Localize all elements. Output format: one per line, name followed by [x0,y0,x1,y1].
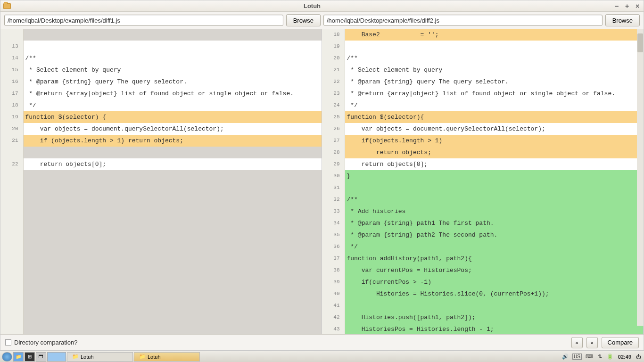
code-text[interactable]: Base2 = ''; [345,29,643,41]
right-pane[interactable]: 18 Base2 = '';1920/**21 * Select element… [322,29,644,334]
start-menu-button[interactable] [2,352,12,362]
code-text[interactable]: */ [23,99,322,111]
code-row: 33 * Add histories [322,206,643,217]
code-text[interactable] [23,194,322,206]
code-text[interactable] [23,253,322,264]
code-text[interactable]: * Select element by query [23,64,322,76]
power-icon[interactable]: ⏻ [635,354,642,360]
code-text[interactable] [23,312,322,323]
code-text[interactable] [23,323,322,334]
vertical-scrollbar[interactable] [637,29,644,326]
code-text[interactable]: return objects[0]; [345,158,643,170]
code-text[interactable]: if(objects.length > 1) [345,135,643,147]
left-browse-button[interactable]: Browse [286,14,321,26]
code-text[interactable]: * @param {string} query The query select… [345,76,643,88]
code-text[interactable]: function $(selector){ [345,111,643,123]
taskbar-item-lotuh-1[interactable]: 📁 Lotuh [67,352,133,362]
scrollbar-thumb[interactable] [637,33,643,52]
code-row: 28 return objects; [322,147,643,158]
code-text[interactable] [345,300,643,312]
code-row [0,206,322,217]
window-list-icon[interactable] [47,352,66,362]
volume-icon[interactable]: 🔊 [561,354,570,360]
compare-button[interactable]: Compare [602,337,639,348]
code-text[interactable]: */ [345,99,643,111]
code-text[interactable]: * Select element by query [345,64,643,76]
line-number: 36 [322,241,345,253]
code-text[interactable]: /** [345,52,643,64]
workspace-switcher-icon[interactable]: ⊞ [25,352,35,362]
show-desktop-icon[interactable]: 🗔 [36,352,46,362]
code-text[interactable]: } [345,170,643,182]
code-text[interactable]: * @param {string} query The query select… [23,76,322,88]
code-text[interactable] [23,241,322,253]
line-number [0,217,23,229]
code-text[interactable]: function addHistory(path1, path2){ [345,253,643,264]
clock[interactable]: 02:49 [617,354,632,360]
code-text[interactable]: return objects[0]; [23,158,322,170]
code-row: 35 * @param {string} path2 The second pa… [322,229,643,241]
left-pane[interactable]: 1314/**15 * Select element by query16 * … [0,29,322,334]
code-text[interactable] [23,264,322,276]
code-text[interactable] [23,276,322,288]
code-text[interactable]: * Add histories [345,206,643,217]
right-path-input[interactable] [323,15,603,26]
code-row: 16 * @param {string} query The query sel… [0,76,322,88]
code-text[interactable]: */ [345,241,643,253]
code-text[interactable] [23,29,322,41]
code-text[interactable] [23,41,322,52]
code-text[interactable] [23,300,322,312]
code-text[interactable] [23,288,322,300]
code-text[interactable] [23,182,322,194]
code-text[interactable]: var objects = document.querySelectorAll(… [345,123,643,135]
code-text[interactable] [23,229,322,241]
code-text[interactable]: /** [23,52,322,64]
code-text[interactable]: /** [345,194,643,206]
code-text[interactable] [23,206,322,217]
code-row: 30} [322,170,643,182]
window-buttons: − + × [613,3,641,9]
line-number [0,288,23,300]
code-text[interactable] [23,170,322,182]
keyboard-layout-icon[interactable]: US [572,354,582,360]
taskbar-item-lotuh-2[interactable]: 📁 Lotuh [134,352,200,362]
code-text[interactable]: * @param {string} path1 The first path. [345,217,643,229]
code-text[interactable]: var objects = document.querySelectorAll(… [23,123,322,135]
code-text[interactable] [345,182,643,194]
code-text[interactable]: var currentPos = HistoriesPos; [345,264,643,276]
code-row [0,264,322,276]
code-row [0,29,322,41]
code-text[interactable]: Histories.push([path1, path2]); [345,312,643,323]
left-path-input[interactable] [4,15,283,26]
prev-diff-button[interactable]: « [571,337,583,348]
code-text[interactable]: Histories = Histories.slice(0, (currentP… [345,288,643,300]
code-row: 20 var objects = document.querySelectorA… [0,123,322,135]
code-text[interactable] [23,147,322,158]
files-icon[interactable]: 📁 [13,352,24,362]
maximize-button[interactable]: + [624,3,630,9]
code-row [0,194,322,206]
code-text[interactable]: * @return {array|object} list of found o… [23,88,322,99]
code-text[interactable]: if(currentPos > -1) [345,276,643,288]
directory-compare-checkbox[interactable]: Directory comparation? [5,339,77,346]
code-text[interactable]: if (objects.length > 1) return objects; [23,135,322,147]
line-number: 24 [322,99,345,111]
code-text[interactable]: HistoriesPos = Histories.length - 1; [345,323,643,334]
battery-icon[interactable]: 🔋 [606,354,614,360]
next-diff-button[interactable]: » [586,337,598,348]
code-text[interactable]: return objects; [345,147,643,158]
code-text[interactable]: function $(selector) { [23,111,322,123]
line-number [0,29,23,41]
line-number: 25 [322,111,345,123]
code-text[interactable]: * @return {array|object} list of found o… [345,88,643,99]
system-tray: 🔊 US ⌨ ⇅ 🔋 02:49 ⏻ [561,354,642,360]
keyboard-icon[interactable]: ⌨ [585,354,594,360]
code-text[interactable] [345,41,643,52]
app-icon [3,3,11,9]
right-browse-button[interactable]: Browse [605,14,640,26]
close-button[interactable]: × [634,3,641,9]
code-text[interactable] [23,217,322,229]
code-text[interactable]: * @param {string} path2 The second path. [345,229,643,241]
minimize-button[interactable]: − [613,3,620,9]
network-icon[interactable]: ⇅ [597,354,603,360]
